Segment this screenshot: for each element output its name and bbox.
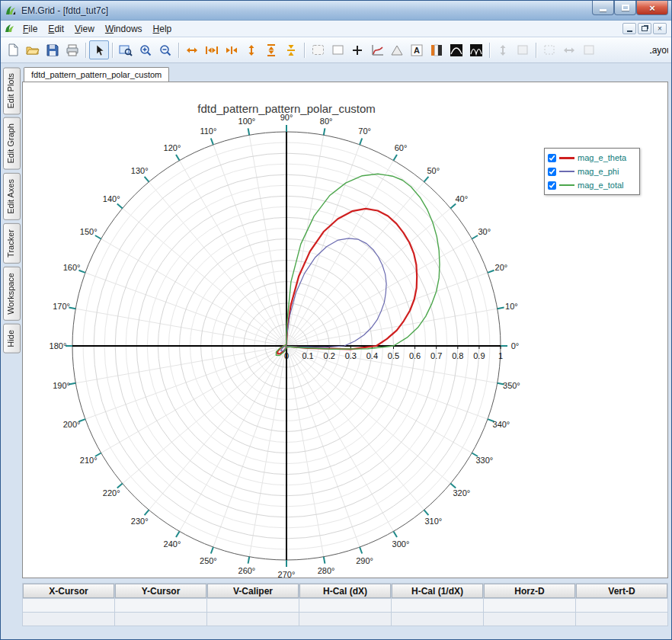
expand-vertical-button[interactable] — [242, 40, 261, 59]
compress-vertical-icon — [286, 43, 296, 57]
toolbar-separator — [536, 43, 536, 58]
legend-checkbox-mag-e-total[interactable] — [548, 181, 556, 190]
zoom-window-button[interactable] — [116, 40, 136, 59]
sidebar-tab-edit-axes[interactable]: Edit Axes — [3, 173, 21, 220]
expand-horizontal-disabled-button[interactable] — [559, 40, 579, 59]
title-bar: EM.Grid - [fdtd_tut7c] × — [1, 1, 671, 21]
document-tab[interactable]: fdtd_pattern_pattern_polar_custom — [24, 67, 169, 82]
svg-text:0.7: 0.7 — [430, 351, 442, 360]
box-disabled-button[interactable] — [513, 40, 533, 59]
legend-label: mag_e_phi — [578, 167, 619, 176]
legend-checkbox-mag-e-phi[interactable] — [548, 168, 556, 176]
cursor-value-cell — [299, 613, 391, 626]
layout-button[interactable]: Layout — [649, 40, 669, 59]
svg-text:260°: 260° — [238, 566, 256, 575]
select-box-button[interactable] — [328, 40, 347, 59]
svg-text:A: A — [414, 46, 420, 55]
frame-disabled-button[interactable] — [539, 40, 559, 59]
mdi-close-button[interactable]: × — [653, 23, 667, 34]
zoom-out-button[interactable] — [155, 40, 175, 59]
fit-vertical-button[interactable] — [261, 40, 281, 59]
mdi-restore-button[interactable] — [638, 23, 651, 34]
add-plus-button[interactable] — [347, 40, 367, 59]
document-tab-row: fdtd_pattern_pattern_polar_custom — [22, 63, 668, 82]
sidebar-tab-tracker[interactable]: Tracker — [3, 223, 21, 264]
svg-text:320°: 320° — [453, 488, 470, 498]
select-region-icon — [312, 44, 325, 56]
print-button[interactable] — [62, 40, 82, 59]
menu-bar: FileEditViewWindowsHelp × — [1, 21, 671, 37]
maximize-icon — [622, 5, 629, 11]
fit-horizontal-button[interactable] — [202, 40, 222, 59]
legend-checkbox-mag-e-theta[interactable] — [548, 154, 556, 162]
cursor-value-cell — [23, 613, 114, 626]
cursor-col-vert-d: Vert-D — [576, 584, 667, 598]
svg-text:0.4: 0.4 — [366, 351, 378, 360]
minimize-button[interactable] — [592, 1, 614, 15]
svg-text:0.5: 0.5 — [388, 351, 399, 360]
legend-line-sample — [559, 171, 574, 172]
select-region-button[interactable] — [308, 40, 328, 59]
waveform-single-button[interactable] — [446, 40, 466, 59]
svg-text:250°: 250° — [200, 556, 217, 565]
menu-view[interactable]: View — [69, 22, 100, 36]
svg-text:210°: 210° — [80, 456, 98, 465]
new-document-button[interactable] — [3, 40, 23, 59]
sidebar-tab-hide[interactable]: Hide — [3, 324, 21, 354]
legend-line-sample — [559, 184, 574, 186]
cursor-col-h-cal-dx: H-Cal (dX) — [299, 584, 391, 598]
menu-windows[interactable]: Windows — [100, 22, 148, 36]
cursor-col-horz-d: Horz-D — [484, 584, 575, 598]
svg-text:0.9: 0.9 — [473, 351, 485, 360]
colormap-button[interactable] — [427, 40, 446, 59]
text-label-button[interactable]: A — [407, 40, 427, 59]
compress-vertical-button[interactable] — [281, 40, 301, 59]
toolbar-separator — [112, 43, 113, 58]
cursor-col-h-cal-1-dx: H-Cal (1/dX) — [392, 584, 483, 598]
pointer-tool-button[interactable] — [89, 40, 109, 59]
menu-help[interactable]: Help — [148, 22, 178, 36]
cursor-value-cell — [576, 599, 667, 612]
save-button[interactable] — [43, 40, 62, 59]
cursor-value-cell — [392, 599, 483, 612]
cursor-value-cell — [115, 599, 206, 612]
frame2-disabled-icon — [583, 44, 595, 56]
menu-edit[interactable]: Edit — [43, 22, 69, 36]
svg-text:110°: 110° — [200, 126, 216, 136]
mdi-minimize-button[interactable] — [622, 23, 636, 34]
svg-text:140°: 140° — [103, 194, 120, 203]
svg-text:20°: 20° — [495, 263, 508, 272]
legend-entry-mag-e-theta: mag_e_theta — [548, 151, 636, 165]
cursor-value-cell — [576, 613, 667, 626]
svg-text:120°: 120° — [164, 143, 181, 152]
triangle-marker-button[interactable] — [387, 40, 407, 59]
main-area: Edit PlotsEdit GraphEdit AxesTrackerWork… — [1, 63, 671, 639]
sidebar-tab-edit-plots[interactable]: Edit Plots — [3, 67, 21, 114]
waveform-double-button[interactable] — [466, 40, 486, 59]
svg-text:240°: 240° — [164, 539, 181, 549]
expand-vertical-disabled-button[interactable] — [493, 40, 513, 59]
svg-text:60°: 60° — [395, 143, 408, 152]
open-button[interactable] — [23, 40, 43, 59]
svg-text:280°: 280° — [318, 566, 335, 575]
box-disabled-icon — [517, 44, 529, 56]
edit-curve-button[interactable] — [367, 40, 387, 59]
zoom-in-button[interactable] — [136, 40, 155, 59]
frame2-disabled-button[interactable] — [579, 40, 599, 59]
svg-text:290°: 290° — [356, 556, 373, 565]
expand-horizontal-button[interactable] — [182, 40, 202, 59]
legend-line-sample — [559, 157, 574, 159]
svg-text:80°: 80° — [320, 117, 333, 126]
compress-horizontal-button[interactable] — [222, 40, 242, 59]
cursor-readout-table: X-CursorY-CursorV-CaliperH-Cal (dX)H-Cal… — [22, 583, 668, 626]
minimize-icon — [600, 9, 606, 11]
menu-file[interactable]: File — [18, 22, 43, 36]
waveform-single-icon — [450, 44, 462, 56]
close-button[interactable]: × — [636, 1, 668, 15]
sidebar-tab-workspace[interactable]: Workspace — [3, 267, 21, 321]
svg-text:1: 1 — [498, 351, 503, 360]
cursor-col-y-cursor: Y-Cursor — [115, 584, 206, 598]
sidebar-tab-edit-graph[interactable]: Edit Graph — [3, 117, 21, 170]
svg-text:220°: 220° — [103, 488, 120, 498]
maximize-button[interactable] — [614, 1, 636, 15]
